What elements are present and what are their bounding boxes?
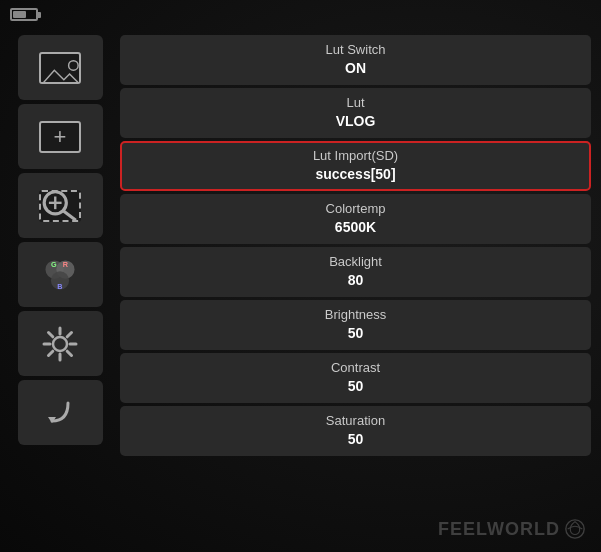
brightness-label: Brightness	[325, 307, 386, 324]
sidebar-item-settings[interactable]	[18, 311, 103, 376]
backlight-label: Backlight	[329, 254, 382, 271]
zoom-icon	[39, 190, 81, 222]
saturation-label: Saturation	[326, 413, 385, 430]
menu-panel: Lut Switch ON Lut VLOG Lut Import(SD) su…	[120, 30, 601, 552]
svg-text:R: R	[63, 259, 69, 268]
battery-indicator	[10, 8, 38, 21]
contrast-label: Contrast	[331, 360, 380, 377]
svg-point-13	[53, 337, 67, 351]
sidebar-item-add[interactable]: +	[18, 104, 103, 169]
lut-switch-label: Lut Switch	[326, 42, 386, 59]
svg-text:B: B	[57, 281, 62, 290]
sidebar-item-color[interactable]: G R B	[18, 242, 103, 307]
gear-icon	[40, 324, 80, 364]
brightness-value: 50	[348, 324, 364, 342]
svg-line-21	[49, 351, 53, 355]
sidebar-item-zoom[interactable]	[18, 173, 103, 238]
top-bar	[10, 8, 38, 21]
svg-line-20	[67, 332, 71, 336]
lut-import-label: Lut Import(SD)	[313, 148, 398, 165]
watermark-text: FEELWORLD	[438, 519, 560, 540]
lut-item[interactable]: Lut VLOG	[120, 88, 591, 138]
back-arrow-icon	[40, 393, 80, 433]
backlight-item[interactable]: Backlight 80	[120, 247, 591, 297]
contrast-item[interactable]: Contrast 50	[120, 353, 591, 403]
lut-import-item[interactable]: Lut Import(SD) success[50]	[120, 141, 591, 191]
lut-import-value: success[50]	[315, 165, 395, 183]
watermark: FEELWORLD	[438, 518, 586, 540]
backlight-value: 80	[348, 271, 364, 289]
lut-switch-value: ON	[345, 59, 366, 77]
lut-switch-item[interactable]: Lut Switch ON	[120, 35, 591, 85]
svg-text:G: G	[51, 259, 57, 268]
battery-fill	[13, 11, 26, 18]
colortemp-item[interactable]: Colortemp 6500K	[120, 194, 591, 244]
svg-line-19	[67, 351, 71, 355]
saturation-item[interactable]: Saturation 50	[120, 406, 591, 456]
plus-symbol: +	[54, 126, 67, 148]
image-icon	[39, 52, 81, 84]
lut-value: VLOG	[336, 112, 376, 130]
screen: +	[0, 0, 601, 552]
contrast-value: 50	[348, 377, 364, 395]
svg-line-4	[63, 210, 76, 220]
watermark-logo-icon	[564, 518, 586, 540]
sidebar-item-image[interactable]	[18, 35, 103, 100]
color-wheel-icon: G R B	[40, 255, 80, 295]
lut-label: Lut	[346, 95, 364, 112]
main-layout: +	[0, 0, 601, 552]
add-icon: +	[39, 121, 81, 153]
brightness-item[interactable]: Brightness 50	[120, 300, 591, 350]
sidebar: +	[0, 30, 120, 552]
saturation-value: 50	[348, 430, 364, 448]
colortemp-value: 6500K	[335, 218, 376, 236]
colortemp-label: Colortemp	[326, 201, 386, 218]
sidebar-item-back[interactable]	[18, 380, 103, 445]
svg-line-18	[49, 332, 53, 336]
